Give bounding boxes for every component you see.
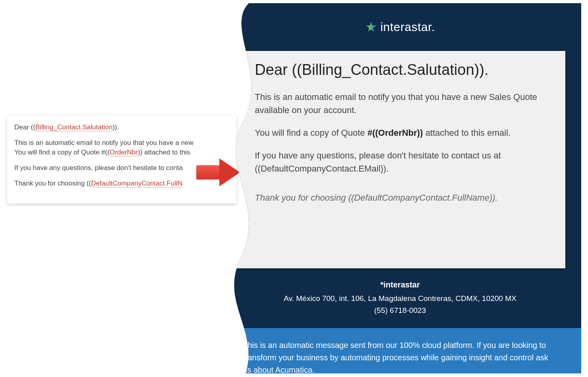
formatted-email-panel: interastar. Dear ((Billing_Contact.Salut… xyxy=(219,3,581,373)
footer-company: *interastar xyxy=(231,280,569,289)
email-paragraph-4: Thank you for choosing ((DefaultCompanyC… xyxy=(255,191,545,204)
plain-line1-post: )). xyxy=(113,123,119,131)
email-p2-post: attached to this email. xyxy=(423,128,510,138)
email-paragraph-3: If you have any questions, please don't … xyxy=(255,149,545,175)
email-p2-bold: #((OrderNbr)) xyxy=(367,128,423,138)
brand-name: interastar. xyxy=(380,20,435,34)
brand-logo: interastar. xyxy=(365,20,435,34)
email-paragraph-1: This is an automatic email to notify you… xyxy=(255,90,545,117)
plain-line1-token: Billing_Contact.Salutation xyxy=(35,123,113,131)
plain-line3-token: OrderNbr xyxy=(109,148,138,156)
star-icon xyxy=(365,21,377,33)
email-paragraph-2: You will find a copy of Quote #((OrderNb… xyxy=(255,126,545,139)
plain-line5-pre: Thank you for choosing (( xyxy=(14,180,91,187)
plain-line-1: Dear ((Billing_Contact.Salutation)). xyxy=(14,123,229,133)
footer-address-line: Av. México 700, int. 106, La Magdalena C… xyxy=(231,293,569,305)
plain-line3-post: )) attached to this xyxy=(138,148,190,156)
footer-disclaimer: This is an automatic message sent from o… xyxy=(219,328,581,373)
footer-address: *interastar Av. México 700, int. 106, La… xyxy=(219,268,581,328)
email-body-card: Dear ((Billing_Contact.Salutation)). Thi… xyxy=(235,51,565,268)
plain-line1-pre: Dear (( xyxy=(14,123,35,131)
plain-line-2: This is an automatic email to notify you… xyxy=(14,138,229,158)
plain-line2-text: This is an automatic email to notify you… xyxy=(14,139,193,147)
email-greeting: Dear ((Billing_Contact.Salutation)). xyxy=(255,61,545,78)
plain-line3-pre: You will find a copy of Quote #(( xyxy=(14,148,109,156)
email-p2-pre: You will find a copy of Quote xyxy=(255,128,367,138)
brand-header: interastar. xyxy=(219,3,581,51)
footer-phone: (55) 6718-0023 xyxy=(231,305,569,316)
plain-line5-token: DefaultCompanyContact.FullN xyxy=(91,180,183,188)
